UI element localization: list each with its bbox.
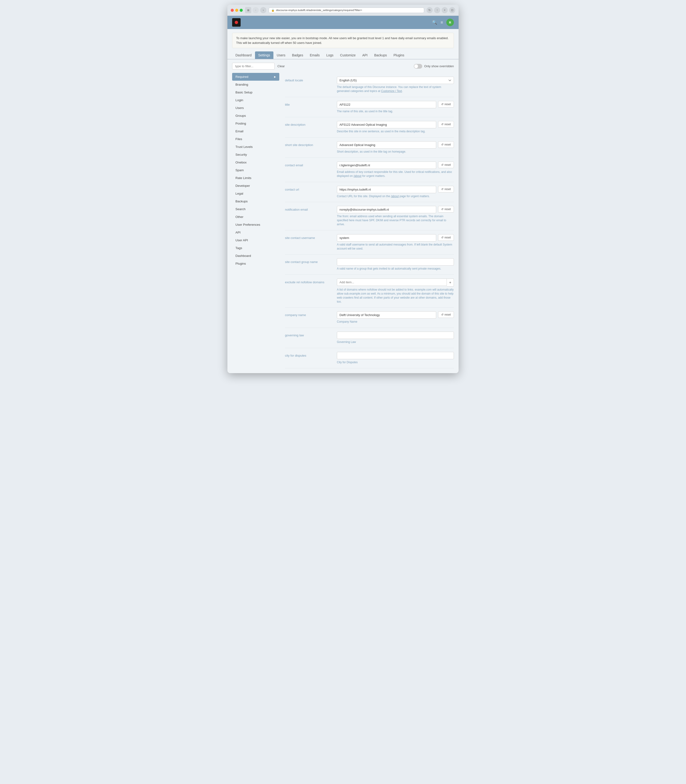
contact-email-input[interactable] (337, 162, 436, 169)
add-domain-button[interactable]: + (447, 279, 454, 287)
governing-law-input[interactable] (337, 332, 454, 339)
setting-hint-site-contact-group-name: A valid name of a group that gets invite… (337, 267, 454, 271)
exclude-rel-nofollow-input[interactable] (337, 279, 447, 286)
notification-email-input[interactable] (337, 206, 436, 213)
sidebar-item-developer[interactable]: Developer (232, 182, 279, 189)
setting-control-title: ↺ reset The name of this site, as used i… (337, 101, 454, 113)
sidebar-item-legal[interactable]: Legal (232, 189, 279, 198)
nav-badges[interactable]: Badges (289, 51, 306, 59)
traffic-lights (231, 9, 243, 12)
app-logo[interactable] (232, 18, 241, 27)
close-button[interactable] (231, 9, 234, 12)
customize-text-link[interactable]: Customize / Text (381, 90, 402, 93)
sidebar-item-user-api[interactable]: User API (232, 236, 279, 244)
add-tab-button[interactable]: + (442, 7, 448, 13)
notification-email-reset-button[interactable]: ↺ reset (438, 206, 454, 212)
setting-label-site-contact-username: site contact username (285, 234, 332, 240)
site-description-reset-button[interactable]: ↺ reset (438, 121, 454, 127)
filter-input[interactable] (232, 63, 274, 70)
sidebar-item-security[interactable]: Security (232, 151, 279, 158)
sidebar-item-api[interactable]: API (232, 229, 279, 236)
sidebar-item-posting[interactable]: Posting (232, 119, 279, 127)
nav-backups[interactable]: Backups (371, 51, 390, 59)
contact-url-input[interactable] (337, 186, 436, 193)
setting-row-short-site-description: short site description ↺ reset Short des… (285, 137, 454, 158)
tabs-button[interactable]: ⊡ (449, 7, 455, 13)
company-name-input[interactable] (337, 311, 436, 318)
short-site-description-input[interactable] (337, 141, 436, 149)
sidebar-item-required[interactable]: Required ▶ (232, 73, 279, 81)
sidebar-toggle-btn[interactable]: ⊞ (245, 7, 251, 13)
contact-email-reset-button[interactable]: ↺ reset (438, 162, 454, 168)
share-button[interactable]: ↑ (434, 7, 440, 13)
sidebar-item-login[interactable]: Login (232, 96, 279, 104)
url-text: discourse-imphys.tudelft.nl/admin/site_s… (276, 9, 421, 11)
exclude-rel-nofollow-input-group: + (337, 279, 454, 287)
back-button[interactable]: ‹ (253, 7, 259, 13)
sidebar-item-branding[interactable]: Branding (232, 81, 279, 88)
sidebar-item-user-preferences[interactable]: User Preferences (232, 221, 279, 229)
chevron-right-icon: ▶ (274, 75, 276, 78)
site-description-input[interactable] (337, 121, 436, 128)
sidebar-item-trust-levels[interactable]: Trust Levels (232, 143, 279, 151)
sidebar-item-spam[interactable]: Spam (232, 166, 279, 174)
forward-button[interactable]: › (260, 7, 266, 13)
setting-hint-notification-email: The from: email address used when sendin… (337, 214, 454, 226)
city-for-disputes-input[interactable] (337, 352, 454, 359)
setting-control-city-for-disputes: City for Disputes (337, 352, 454, 364)
settings-content: default locale English (US) The default … (279, 73, 454, 368)
sidebar-item-email[interactable]: Email (232, 127, 279, 135)
setting-control-site-contact-username: ↺ reset A valid staff username to send a… (337, 234, 454, 251)
only-overridden-toggle[interactable] (414, 64, 422, 69)
user-avatar-button[interactable]: R (446, 19, 454, 26)
sidebar-item-rate-limits[interactable]: Rate Limits (232, 174, 279, 182)
site-contact-username-reset-button[interactable]: ↺ reset (438, 234, 454, 241)
nav-settings[interactable]: Settings (255, 51, 274, 59)
short-site-description-reset-button[interactable]: ↺ reset (438, 141, 454, 148)
sidebar-item-other[interactable]: Other (232, 213, 279, 221)
about-link-contact-url[interactable]: /about (391, 194, 399, 198)
sidebar-item-users[interactable]: Users (232, 104, 279, 112)
contact-url-reset-button[interactable]: ↺ reset (438, 186, 454, 193)
maximize-button[interactable] (240, 9, 243, 12)
search-icon-button[interactable]: 🔍 (432, 20, 437, 25)
nav-logs[interactable]: Logs (323, 51, 336, 59)
sidebar-item-search[interactable]: Search (232, 205, 279, 213)
nav-dashboard[interactable]: Dashboard (232, 51, 255, 59)
address-bar[interactable]: 🔒 discourse-imphys.tudelft.nl/admin/site… (269, 8, 424, 13)
sidebar-item-backups[interactable]: Backups (232, 198, 279, 205)
menu-icon-button[interactable]: ≡ (441, 20, 443, 25)
sidebar-item-basic-setup[interactable]: Basic Setup (232, 88, 279, 96)
sidebar-item-plugins[interactable]: Plugins (232, 260, 279, 268)
nav-api[interactable]: API (359, 51, 371, 59)
nav-plugins[interactable]: Plugins (390, 51, 408, 59)
company-name-reset-button[interactable]: ↺ reset (438, 311, 454, 318)
sidebar-item-dashboard[interactable]: Dashboard (232, 252, 279, 260)
nav-users[interactable]: Users (273, 51, 289, 59)
about-link-contact-email[interactable]: /about (354, 174, 361, 178)
setting-control-contact-email: ↺ reset Email address of key contact res… (337, 162, 454, 178)
app-header: 🔍 ≡ R (227, 16, 459, 29)
sidebar-item-label: Legal (235, 192, 243, 195)
sidebar-item-groups[interactable]: Groups (232, 112, 279, 119)
nav-customize[interactable]: Customize (337, 51, 359, 59)
sidebar-item-label: User Preferences (235, 223, 260, 226)
site-contact-group-name-input[interactable] (337, 258, 454, 266)
contact-url-input-group: ↺ reset (337, 186, 454, 193)
sidebar-item-tags[interactable]: Tags (232, 244, 279, 252)
setting-hint-site-description: Describe this site in one sentence, as u… (337, 129, 454, 134)
site-contact-username-input[interactable] (337, 234, 436, 242)
refresh-button[interactable]: ↻ (426, 7, 433, 13)
setting-row-notification-email: notification email ↺ reset The from: ema… (285, 202, 454, 230)
title-reset-button[interactable]: ↺ reset (438, 101, 454, 108)
sidebar-item-files[interactable]: Files (232, 135, 279, 143)
only-overridden-control: Only show overridden (414, 64, 454, 69)
minimize-button[interactable] (235, 9, 238, 12)
nav-emails[interactable]: Emails (306, 51, 323, 59)
sidebar-item-label: Search (235, 207, 245, 211)
title-input[interactable] (337, 101, 436, 108)
browser-window: ⊞ ‹ › 🔒 discourse-imphys.tudelft.nl/admi… (227, 5, 459, 373)
default-locale-select[interactable]: English (US) (337, 77, 454, 84)
clear-button[interactable]: Clear (278, 64, 285, 68)
sidebar-item-onebox[interactable]: Onebox (232, 158, 279, 166)
